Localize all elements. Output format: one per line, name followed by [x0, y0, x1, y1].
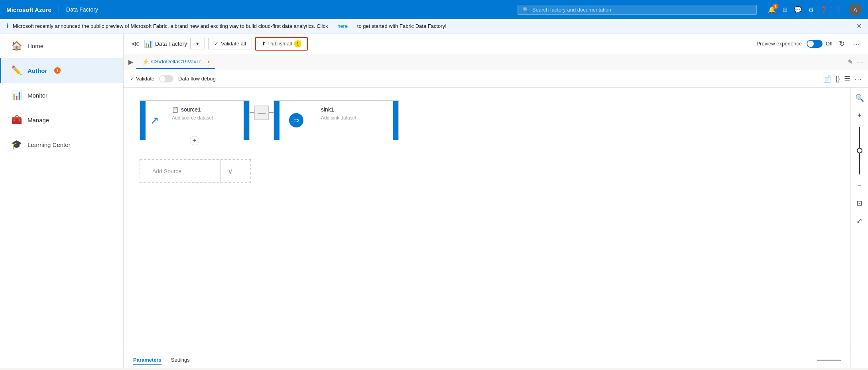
df-brand-icon: 📊 — [144, 39, 153, 48]
nav-divider — [59, 5, 59, 14]
search-icon: 🔍 — [523, 7, 529, 13]
refresh-button[interactable]: ↻ — [837, 38, 846, 50]
announcement-link[interactable]: here — [337, 23, 348, 29]
toggle-off-label: Off — [826, 41, 833, 47]
source-data-icon: ↗ — [150, 114, 159, 127]
learning-icon: 🎓 — [11, 139, 22, 150]
canvas[interactable]: ↗ 📋 source1 Add source dataset + — [124, 88, 850, 368]
more-df-button[interactable]: ⋯ — [854, 74, 862, 83]
brand: Microsoft Azure Data Factory — [6, 5, 98, 14]
edit-tab-icon[interactable]: ✎ — [848, 58, 853, 66]
toolbar-brand: 📊 Data Factory — [144, 39, 187, 48]
user-avatar[interactable]: A — [849, 3, 862, 16]
node-right-bar — [244, 101, 249, 140]
announcement-bar: ℹ Microsoft recently announced the publi… — [0, 19, 868, 33]
source1-icon: ↗ — [146, 101, 164, 140]
validate-button[interactable]: ✓ Validate — [130, 76, 154, 82]
toolbar-brand-dropdown[interactable]: ▾ — [190, 38, 205, 49]
bottom-resize-handle[interactable] — [817, 360, 841, 361]
code-icon-button[interactable]: {} — [835, 74, 840, 83]
sink1-subtitle: Add sink dataset — [321, 115, 385, 121]
settings-icon[interactable]: ⚙ — [808, 6, 814, 14]
more-tab-icon[interactable]: ⋯ — [857, 58, 863, 66]
sink-right-bar — [393, 101, 398, 140]
zoom-in-button[interactable]: + — [853, 109, 866, 122]
list-icon-button[interactable]: ☰ — [844, 74, 850, 83]
main-toolbar: ≪ 📊 Data Factory ▾ ✓ Validate all ⬆ Publ… — [124, 33, 868, 54]
add-transform-button[interactable]: + — [190, 136, 199, 145]
zoom-out-button[interactable]: − — [853, 179, 866, 192]
script-icon-button[interactable]: 📄 — [823, 74, 831, 83]
content-area: ≪ 📊 Data Factory ▾ ✓ Validate all ⬆ Publ… — [124, 33, 868, 368]
sink1-icon: ⇒ — [279, 101, 313, 140]
zoom-track[interactable] — [859, 127, 860, 174]
source1-label: source1 — [181, 106, 201, 113]
source1-node[interactable]: ↗ 📋 source1 Add source dataset + — [140, 100, 250, 140]
bottom-bar: Parameters Settings — [124, 352, 850, 368]
zoom-slider[interactable] — [859, 127, 860, 174]
sidebar-item-home[interactable]: 🏠 Home — [0, 33, 123, 58]
connector-icon: — — [258, 108, 266, 117]
checkmark-icon: ✓ — [130, 76, 134, 82]
source1-subtitle: Add source dataset — [172, 115, 236, 121]
announcement-close-button[interactable]: ✕ — [856, 22, 862, 30]
sink1-title: sink1 — [321, 106, 385, 113]
parameters-tab[interactable]: Parameters — [133, 355, 161, 365]
fit-screen-button[interactable]: ⊡ — [853, 197, 866, 209]
notification-icon[interactable]: 🔔 1 — [768, 6, 776, 14]
canvas-search-button[interactable]: 🔍 — [853, 92, 866, 104]
account-icon[interactable]: 👤 — [835, 6, 842, 14]
author-badge: 1 — [54, 67, 61, 74]
feedback-icon[interactable]: 💬 — [794, 6, 802, 14]
add-source-wrapper: Add Source ∨ — [124, 159, 850, 191]
df-right-icons: 📄 {} ☰ ⋯ — [823, 74, 862, 83]
publish-all-button[interactable]: ⬆ Publish all 1 — [255, 37, 308, 51]
add-source-box[interactable]: Add Source ∨ — [140, 159, 251, 183]
debug-label: Data flow debug — [178, 76, 216, 82]
top-navigation: Microsoft Azure Data Factory 🔍 🔔 1 ⊞ 💬 ⚙… — [0, 0, 868, 19]
active-tab[interactable]: ⚡ CSVtoDeltaC19VaxTr... ● — [136, 55, 215, 69]
fullscreen-button[interactable]: ⤢ — [853, 214, 866, 227]
search-bar[interactable]: 🔍 — [518, 5, 757, 15]
sidebar-item-learning-center[interactable]: 🎓 Learning Center — [0, 132, 123, 157]
info-icon: ℹ — [6, 22, 9, 30]
home-icon: 🏠 — [11, 41, 22, 51]
portal-menu-icon[interactable]: ⊞ — [782, 6, 787, 14]
preview-label: Preview experience — [756, 41, 801, 47]
sidebar-item-learning-label: Learning Center — [28, 141, 71, 148]
source1-content: 📋 source1 Add source dataset — [164, 101, 244, 140]
sink-arrow-icon: ⇒ — [293, 116, 299, 125]
node-left-bar — [140, 101, 146, 140]
validate-all-button[interactable]: ✓ Validate all — [208, 38, 252, 49]
help-icon[interactable]: ❓ — [820, 6, 828, 14]
expand-icon[interactable]: ▶ — [128, 58, 133, 66]
more-options-button[interactable]: ⋯ — [851, 38, 862, 50]
sink1-node[interactable]: ⇒ sink1 Add sink dataset — [274, 100, 399, 140]
publish-all-label: Publish all — [268, 41, 292, 47]
nav-icons: 🔔 1 ⊞ 💬 ⚙ ❓ 👤 A — [768, 3, 862, 16]
validate-icon: ✓ — [214, 41, 218, 47]
connector-mid: — — [254, 106, 269, 120]
toolbar-brand-label: Data Factory — [155, 41, 187, 47]
toggle-thumb — [807, 41, 814, 47]
connector: — — [250, 112, 274, 113]
notification-badge: 1 — [773, 4, 778, 9]
toggle-track[interactable] — [807, 40, 823, 48]
collapse-sidebar-button[interactable]: ≪ — [130, 38, 141, 50]
sidebar-item-monitor[interactable]: 📊 Monitor — [0, 83, 123, 108]
settings-tab[interactable]: Settings — [171, 355, 190, 365]
tab-label: CSVtoDeltaC19VaxTr... — [151, 59, 205, 65]
search-input[interactable] — [532, 7, 752, 13]
toolbar-left: ≪ 📊 Data Factory ▾ ✓ Validate all ⬆ Publ… — [130, 37, 308, 51]
sidebar-item-manage[interactable]: 🧰 Manage — [0, 108, 123, 132]
dataflow-toolbar: ✓ Validate Data flow debug 📄 {} ☰ ⋯ — [124, 70, 868, 88]
preview-toggle[interactable]: Off — [807, 40, 833, 48]
sidebar-item-author[interactable]: ✏️ Author 1 — [0, 58, 123, 83]
debug-toggle[interactable] — [159, 75, 173, 82]
sink1-label: sink1 — [321, 106, 334, 113]
add-source-chevron-icon[interactable]: ∨ — [220, 160, 240, 182]
author-icon: ✏️ — [11, 65, 22, 76]
add-source-label[interactable]: Add Source — [140, 160, 220, 182]
announcement-text: Microsoft recently announced the public … — [13, 23, 328, 29]
source1-title: 📋 source1 — [172, 106, 236, 113]
